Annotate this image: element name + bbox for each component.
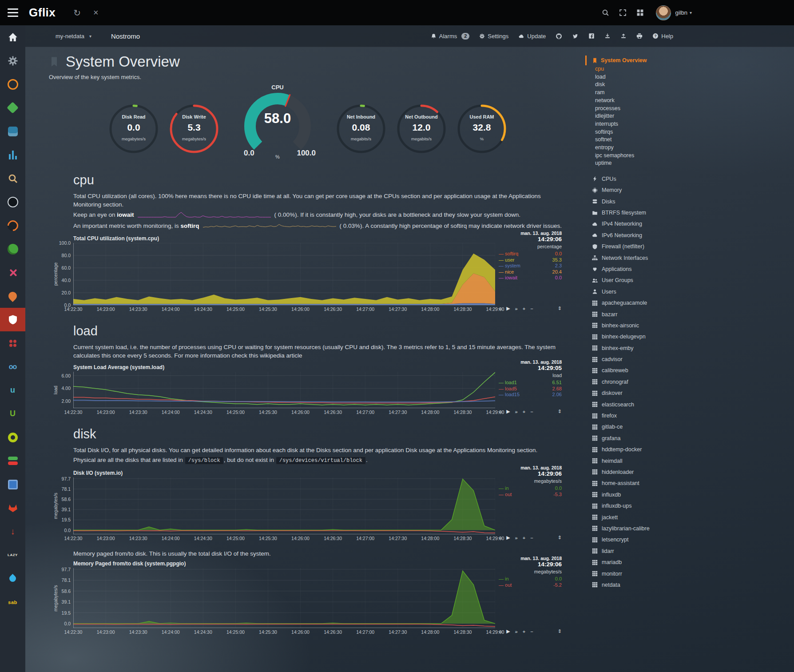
menu-sub-softnet[interactable]: softnet [585,136,719,144]
app-icon-green-diamond[interactable] [0,96,25,119]
menu-sub-ram[interactable]: ram [585,89,719,97]
app-icon-blue-drop[interactable] [0,567,25,590]
menu-sub-ipc-semaphores[interactable]: ipc semaphores [585,152,719,160]
app-icon-lazylibrarian[interactable]: LAZY [0,543,25,567]
legend-user[interactable]: — user35.3 [499,257,562,263]
chart-system-pgpgio[interactable]: Memory Paged from/to disk (system.pgpgio… [73,561,566,637]
menu-item-firewall-netfilter-[interactable]: Firewall (netfilter) [585,241,719,252]
chart-zoom-in-icon[interactable]: + [523,409,525,414]
menu-sub-network[interactable]: network [585,97,719,105]
menu-item-jackett[interactable]: jackett [585,512,719,523]
legend-out[interactable]: — out-5.3 [499,492,562,498]
menu-item-home-assistant[interactable]: home-assistant [585,478,719,489]
menu-item-binhex-airsonic[interactable]: binhex-airsonic [585,320,719,331]
menu-item-ipv4-networking[interactable]: IPv4 Networking [585,219,719,230]
gauge-cpu[interactable]: CPU 58.0 0.0 100.0 % [224,84,331,158]
menu-item-netdata[interactable]: netdata [585,579,719,590]
menu-item-hddtemp-docker[interactable]: hddtemp-docker [585,444,719,455]
menu-item-chronograf[interactable]: chronograf [585,376,719,387]
chart-zoom-out-icon[interactable]: − [530,629,533,634]
menu-item-apacheguacamole[interactable]: apacheguacamole [585,297,719,308]
menu-item-binhex-emby[interactable]: binhex-emby [585,342,719,354]
download-icon[interactable] [604,33,611,39]
chart-system-io[interactable]: Disk I/O (system.io) megabytes/s0.019.53… [73,470,566,543]
app-icon-lime-donut[interactable] [0,425,25,449]
menu-item-monitorr[interactable]: monitorr [585,568,719,579]
legend-system[interactable]: — system2.3 [499,263,562,269]
app-icon-owncloud[interactable]: oo [0,355,25,378]
app-icon-pink-x[interactable] [0,261,25,284]
chart-pan-left-icon[interactable]: « [499,306,501,311]
app-icon-blue-window[interactable] [0,473,25,496]
menu-item-heimdall[interactable]: heimdall [585,455,719,466]
user-avatar[interactable] [656,5,671,20]
chart-system-cpu[interactable]: Total CPU utilization (system.cpu) perce… [73,235,566,314]
menu-sub-idlejitter[interactable]: idlejitter [585,112,719,120]
gauge-net-outbound[interactable]: Net Outbound 12.0 megabits/s [391,95,452,157]
apps-grid-icon[interactable] [636,9,644,16]
chart-pan-left-icon[interactable]: « [499,535,501,541]
legend-softirq[interactable]: — softirq0.0 [499,251,562,257]
menu-item-lazylibrarian-calibre[interactable]: lazylibrarian-calibre [585,523,719,534]
menu-item-btrfs-filesystem[interactable]: BTRFS filesystem [585,207,719,218]
server-dropdown[interactable]: my-netdata ▾ [56,33,91,40]
chart-zoom-in-icon[interactable]: + [523,535,525,541]
gauge-net-inbound[interactable]: Net Inbound 0.08 megabits/s [331,95,391,157]
app-icon-green-u[interactable]: U [0,402,25,425]
menu-item-lidarr[interactable]: lidarr [585,545,719,557]
chart-pan-right-icon[interactable]: » [515,535,518,541]
menu-item-influxdb-ups[interactable]: influxdb-ups [585,500,719,511]
app-icon-pills[interactable] [0,449,25,473]
menu-item-disks[interactable]: Disks [585,196,719,207]
chart-zoom-out-icon[interactable]: − [530,535,533,541]
app-icon-teal-u[interactable]: u [0,378,25,402]
app-icon-search-app[interactable] [0,167,25,190]
menu-item-influxdb[interactable]: influxdb [585,489,719,500]
menu-item-ipv6-networking[interactable]: IPv6 Networking [585,230,719,241]
legend-load1[interactable]: — load16.51 [499,380,562,386]
menu-item-grafana[interactable]: grafana [585,433,719,444]
menu-item-gitlab-ce[interactable]: gitlab-ce [585,421,719,433]
chart-pan-left-icon[interactable]: « [499,409,501,414]
menu-sub-cpu[interactable]: cpu [585,65,719,73]
legend-load5[interactable]: — load52.68 [499,386,562,392]
app-icon-blue-stack[interactable] [0,119,25,143]
refresh-icon[interactable]: ↻ [73,8,81,18]
menu-sub-disk[interactable]: disk [585,81,719,89]
fullscreen-icon[interactable] [619,9,627,16]
menu-item-firefox[interactable]: firefox [585,410,719,421]
menu-item-calibreweb[interactable]: calibreweb [585,365,719,376]
alarms-button[interactable]: Alarms 2 [431,33,470,40]
hostname-tab[interactable]: Nostromo [111,32,140,40]
menu-sub-uptime[interactable]: uptime [585,159,719,167]
legend-in[interactable]: — in0.0 [499,576,562,582]
search-icon[interactable] [602,9,609,16]
menu-sub-entropy[interactable]: entropy [585,144,719,152]
gauge-disk-read[interactable]: Disk Read 0.0 megabytes/s [103,95,164,157]
menu-system-overview[interactable]: System Overview [585,56,719,65]
chart-pan-left-icon[interactable]: « [499,629,501,634]
menu-item-letsencrypt[interactable]: letsencrypt [585,534,719,545]
menu-item-users[interactable]: Users [585,286,719,297]
menu-item-cpus[interactable]: CPUs [585,173,719,184]
legend-out[interactable]: — out-5.2 [499,582,562,588]
chart-resize-grip[interactable]: ⇕ [558,409,562,414]
chart-resize-grip[interactable]: ⇕ [558,628,562,634]
chart-pan-right-icon[interactable]: » [515,306,518,311]
chart-play-icon[interactable]: ▶ [506,409,510,414]
chart-pan-right-icon[interactable]: » [515,409,518,414]
menu-item-user-groups[interactable]: User Groups [585,275,719,286]
legend-load15[interactable]: — load152.06 [499,392,562,398]
chart-resize-grip[interactable]: ⇕ [558,535,562,541]
upload-icon[interactable] [620,33,627,39]
github-icon[interactable] [556,33,562,40]
app-icon-netdata[interactable] [0,308,25,331]
chart-zoom-in-icon[interactable]: + [523,306,525,311]
menu-item-network-interfaces[interactable]: Network Interfaces [585,252,719,263]
close-icon[interactable]: × [93,8,99,18]
app-icon-orange-ring[interactable] [0,72,25,96]
user-menu[interactable]: gilbn ▾ [675,9,692,16]
menu-sub-load[interactable]: load [585,73,719,81]
gauge-disk-write[interactable]: Disk Write 5.3 megabytes/s [164,95,224,157]
app-icon-red-download[interactable]: ↓ [0,520,25,543]
